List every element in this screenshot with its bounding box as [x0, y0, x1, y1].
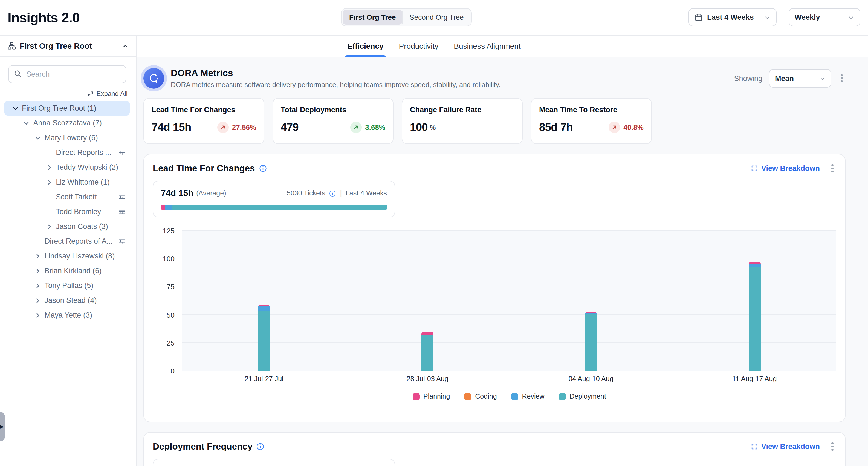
dora-kebab-menu[interactable] — [838, 73, 845, 83]
lead-time-kebab-menu[interactable] — [829, 163, 836, 173]
stacked-bar-28-Jul-03-Aug[interactable] — [422, 332, 433, 371]
y-axis-tick-label: 125 — [153, 227, 175, 235]
tab-productivity[interactable]: Productivity — [399, 35, 439, 57]
chevron-right-icon[interactable] — [34, 267, 41, 274]
dora-controls: Showing Mean — [734, 69, 845, 88]
date-range-select[interactable]: Last 4 Weeks — [688, 8, 777, 26]
stacked-bar-21-Jul-27-Jul[interactable] — [258, 305, 270, 371]
chart-legend: PlanningCodingReviewDeployment — [182, 392, 836, 400]
tree-item[interactable]: Brian Kirkland (6) — [4, 263, 130, 278]
chevron-right-icon[interactable] — [45, 164, 53, 171]
legend-label: Planning — [423, 392, 450, 400]
tree-item[interactable]: Tony Pallas (5) — [4, 278, 130, 293]
main-area: EfficiencyProductivityBusiness Alignment… — [137, 35, 868, 466]
filter-sliders-icon[interactable] — [118, 238, 125, 245]
chevron-down-icon — [848, 14, 854, 21]
tree-item[interactable]: First Org Tree Root (1) — [4, 101, 130, 116]
metric-title: Mean Time To Restore — [539, 106, 644, 114]
chevron-right-icon[interactable] — [45, 178, 53, 186]
tree-item[interactable]: Jason Stead (4) — [4, 293, 130, 308]
chevron-right-icon[interactable] — [34, 312, 41, 319]
showing-select[interactable]: Mean — [769, 69, 831, 88]
chevron-right-icon[interactable] — [45, 223, 53, 230]
phase-distribution-bar — [161, 205, 387, 210]
search-input[interactable] — [8, 65, 126, 83]
chart-plot-area — [182, 231, 836, 371]
dora-subtitle: DORA metrics measure software delivery p… — [171, 81, 500, 89]
date-range-value: Last 4 Weeks — [707, 13, 754, 21]
org-toggle-first-org-tree[interactable]: First Org Tree — [343, 10, 403, 25]
showing-value: Mean — [775, 74, 794, 82]
bar-segment-review — [748, 264, 761, 267]
legend-swatch — [559, 393, 566, 400]
filter-sliders-icon[interactable] — [118, 149, 125, 156]
tree-item[interactable]: Jason Coats (3) — [4, 219, 130, 234]
x-axis-category-label: 28 Jul-03 Aug — [407, 375, 448, 383]
metric-card-change-failure-rate: Change Failure Rate100% — [402, 98, 523, 144]
chevron-down-icon — [819, 75, 825, 81]
filter-sliders-icon[interactable] — [118, 193, 125, 200]
chevron-right-icon[interactable] — [34, 282, 41, 289]
y-axis-tick-label: 100 — [153, 255, 175, 263]
view-breakdown-button[interactable]: View Breakdown — [751, 164, 820, 173]
legend-item-deployment[interactable]: Deployment — [559, 392, 606, 400]
legend-label: Deployment — [570, 392, 606, 400]
info-icon[interactable] — [256, 442, 265, 451]
granularity-select[interactable]: Weekly — [788, 8, 860, 26]
tree-item[interactable]: Direct Reports ... — [4, 145, 130, 160]
tree-item[interactable]: Lindsay Liszewski (8) — [4, 249, 130, 263]
deployment-frequency-kebab-menu[interactable] — [829, 441, 836, 452]
gridline — [182, 314, 836, 315]
legend-item-planning[interactable]: Planning — [412, 392, 450, 400]
view-breakdown-label: View Breakdown — [761, 442, 820, 451]
bar-segment-review — [258, 307, 270, 311]
stacked-bar-04-Aug-10-Aug[interactable] — [585, 312, 597, 371]
tab-efficiency[interactable]: Efficiency — [347, 35, 383, 57]
tree-item[interactable]: Liz Whittome (1) — [4, 175, 130, 190]
chevron-right-icon[interactable] — [34, 297, 41, 304]
deployment-frequency-summary-card — [153, 459, 395, 466]
chevron-down-icon[interactable] — [34, 134, 41, 141]
org-tree-toggle: First Org TreeSecond Org Tree — [341, 8, 472, 26]
stacked-bar-11-Aug-17-Aug[interactable] — [748, 262, 761, 371]
gridline — [182, 230, 836, 231]
tree-item-label: First Org Tree Root (1) — [22, 104, 96, 112]
tree-item[interactable]: Anna Scozzafava (7) — [4, 116, 130, 130]
sidebar-expand-handle[interactable]: ▶ — [0, 412, 5, 441]
tree-item[interactable]: Teddy Wylupski (2) — [4, 160, 130, 175]
tree-item-label: Tony Pallas (5) — [44, 282, 94, 290]
legend-label: Coding — [475, 392, 497, 400]
summary-qualifier: (Average) — [196, 190, 226, 197]
legend-item-review[interactable]: Review — [511, 392, 545, 400]
trend-up-arrow-icon — [609, 122, 620, 133]
bar-segment-deployment — [748, 267, 761, 371]
search-icon — [14, 69, 22, 78]
chevron-down-icon[interactable] — [23, 119, 30, 126]
trend-badge: 27.56% — [217, 122, 256, 133]
tree-item[interactable]: Todd Bromley — [4, 204, 130, 219]
trend-delta: 3.68% — [365, 123, 385, 132]
chevron-right-icon[interactable] — [34, 253, 41, 260]
legend-swatch — [511, 393, 518, 400]
info-icon[interactable] — [259, 164, 267, 173]
org-toggle-second-org-tree[interactable]: Second Org Tree — [403, 10, 470, 25]
sidebar-header[interactable]: First Org Tree Root — [0, 35, 136, 57]
tree-item-label: Lindsay Liszewski (8) — [44, 252, 115, 260]
expand-all-button[interactable]: Expand All — [0, 90, 127, 97]
filter-sliders-icon[interactable] — [118, 208, 125, 215]
info-icon[interactable] — [329, 190, 336, 197]
chevron-down-icon[interactable] — [11, 105, 19, 112]
collapse-chevron-icon[interactable] — [122, 42, 129, 49]
tab-business-alignment[interactable]: Business Alignment — [454, 35, 521, 57]
view-breakdown-button[interactable]: View Breakdown — [751, 442, 820, 451]
deployment-frequency-actions: View Breakdown — [751, 441, 836, 452]
tree-item-label: Maya Yette (3) — [44, 311, 92, 319]
tree-item[interactable]: Mary Lowery (6) — [4, 130, 130, 145]
tabs: EfficiencyProductivityBusiness Alignment — [347, 35, 521, 57]
legend-item-coding[interactable]: Coding — [464, 392, 497, 400]
tree-item-label: Mary Lowery (6) — [44, 134, 98, 142]
tree-item[interactable]: Scott Tarkett — [4, 190, 130, 204]
tree-item-label: Liz Whittome (1) — [56, 178, 110, 186]
tree-item[interactable]: Maya Yette (3) — [4, 308, 130, 323]
tree-item[interactable]: Direct Reports of A... — [4, 234, 130, 249]
